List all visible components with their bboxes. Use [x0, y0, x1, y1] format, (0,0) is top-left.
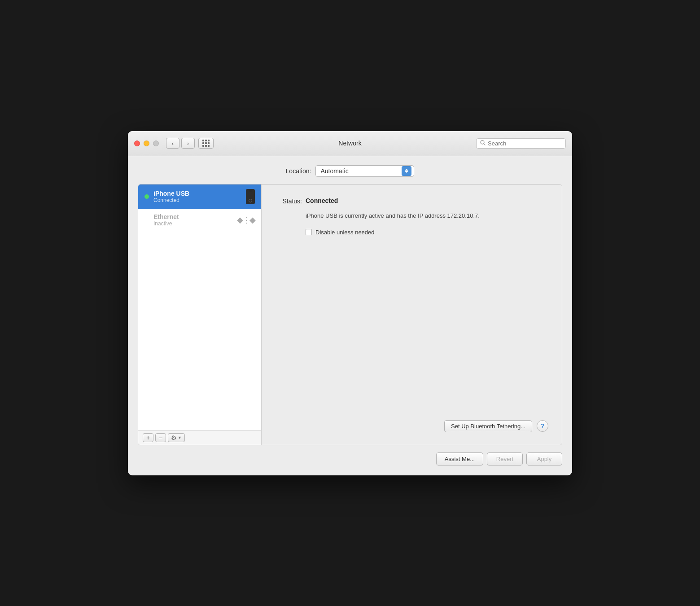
iphone-usb-text: iPhone USB Connected [153, 190, 241, 203]
content: Location: Automatic Home Work Edit Locat… [128, 156, 572, 475]
add-network-button[interactable]: + [143, 433, 153, 442]
sidebar-list: iPhone USB Connected Ethernet Inactive [138, 184, 261, 430]
gear-chevron-icon: ▼ [178, 435, 182, 440]
status-field-value: Connected [306, 197, 338, 204]
search-icon [480, 140, 486, 147]
status-row: Status: Connected [275, 197, 548, 205]
action-bar: Assist Me... Revert Apply [138, 452, 562, 465]
location-select-wrapper: Automatic Home Work Edit Locations... [315, 165, 414, 177]
iphone-usb-status-dot [144, 194, 149, 199]
help-button[interactable]: ? [537, 420, 548, 432]
ethernet-name: Ethernet [153, 213, 232, 220]
forward-button[interactable]: › [181, 138, 195, 149]
minimize-button[interactable] [144, 141, 149, 146]
network-settings-button[interactable]: ⚙ ▼ [168, 433, 185, 442]
nav-buttons: ‹ › [166, 138, 195, 149]
ethernet-status: Inactive [153, 220, 232, 227]
iphone-usb-name: iPhone USB [153, 190, 241, 197]
back-button[interactable]: ‹ [166, 138, 179, 149]
iphone-usb-status: Connected [153, 197, 241, 203]
iphone-device-icon [246, 189, 255, 204]
close-button[interactable] [134, 141, 140, 146]
svg-point-0 [481, 141, 484, 144]
checkbox-row: Disable unless needed [306, 229, 548, 236]
ethernet-status-dot [144, 218, 149, 222]
remove-network-button[interactable]: − [155, 433, 166, 442]
search-input[interactable] [488, 140, 562, 147]
sidebar: iPhone USB Connected Ethernet Inactive [138, 184, 262, 445]
ethernet-icon: ◆⋮◆ [237, 215, 255, 225]
location-label: Location: [286, 167, 311, 175]
assist-me-button[interactable]: Assist Me... [436, 452, 483, 465]
maximize-button[interactable] [153, 141, 159, 146]
location-row: Location: Automatic Home Work Edit Locat… [138, 165, 562, 177]
window-title: Network [338, 140, 361, 147]
gear-icon: ⚙ [171, 434, 177, 441]
window: ‹ › Network Location: [128, 131, 572, 475]
grid-icon [202, 140, 210, 147]
iphone-icon [246, 189, 255, 204]
revert-button[interactable]: Revert [487, 452, 523, 465]
svg-line-1 [484, 144, 486, 145]
titlebar: ‹ › Network [128, 131, 572, 156]
main-panel: iPhone USB Connected Ethernet Inactive [138, 184, 562, 445]
detail-panel: Status: Connected iPhone USB is currentl… [262, 184, 562, 445]
apply-button[interactable]: Apply [526, 452, 562, 465]
disable-unless-needed-label: Disable unless needed [315, 229, 375, 236]
status-field-label: Status: [275, 197, 302, 205]
sidebar-item-iphone-usb[interactable]: iPhone USB Connected [138, 184, 261, 209]
disable-unless-needed-checkbox[interactable] [306, 229, 312, 235]
detail-bottom: Set Up Bluetooth Tethering... ? [275, 420, 548, 432]
bluetooth-tethering-button[interactable]: Set Up Bluetooth Tethering... [444, 420, 532, 432]
search-box [476, 138, 566, 149]
status-description: iPhone USB is currently active and has t… [306, 212, 548, 220]
location-select[interactable]: Automatic Home Work Edit Locations... [315, 165, 414, 177]
ethernet-text: Ethernet Inactive [153, 213, 232, 227]
ethernet-arrows-icon: ◆⋮◆ [237, 215, 255, 224]
grid-button[interactable] [198, 138, 214, 149]
sidebar-toolbar: + − ⚙ ▼ [138, 430, 261, 445]
sidebar-item-ethernet[interactable]: Ethernet Inactive ◆⋮◆ [138, 209, 261, 231]
traffic-lights [134, 141, 159, 146]
